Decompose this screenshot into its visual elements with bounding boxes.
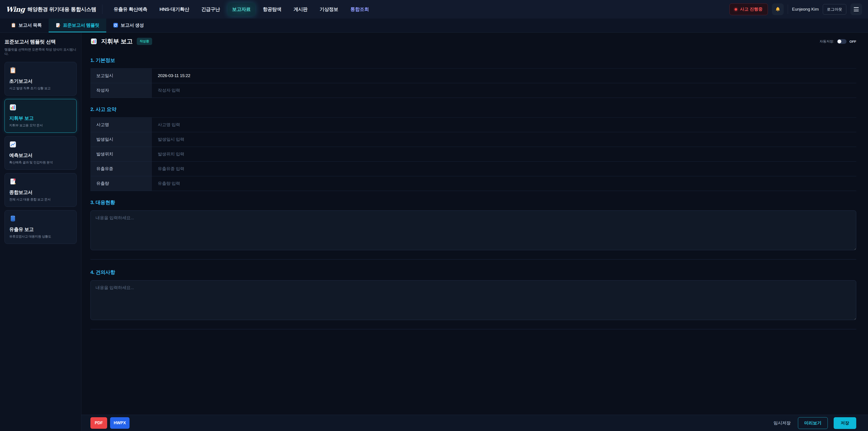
basic-info-table: 보고일시 작성자	[90, 68, 856, 98]
nav-item-reports[interactable]: 보고자료	[228, 3, 255, 16]
tab-report-generation[interactable]: 보고서 생성	[106, 19, 151, 32]
author-input[interactable]	[158, 88, 850, 93]
section-heading-response-status: 3. 대응현황	[90, 199, 856, 206]
incident-summary-table: 사고명 발생일시 발생위치	[90, 117, 856, 191]
nav-item-hns-diffusion[interactable]: HNS·대기확산	[155, 3, 193, 16]
sidebar-subtitle: 템플릿을 선택하면 오른쪽에 작성 양식이 표시됩니다.	[4, 48, 76, 56]
field-label-occurrence-location: 발생위치	[90, 147, 152, 161]
user-name: Eunjeong Kim	[792, 7, 819, 12]
tab-standard-report-template[interactable]: 표준보고서 템플릿	[49, 19, 106, 32]
logo-divider	[102, 4, 102, 14]
nav-item-oil-spill-prediction[interactable]: 유출유 확산예측	[109, 3, 152, 16]
template-desc: 지휘부 보고용 요약 문서	[9, 123, 72, 127]
export-buttons: PDF HWPX	[90, 417, 129, 429]
memo-pencil-icon	[55, 23, 61, 28]
table-row: 유출유종	[90, 162, 856, 176]
template-title: 예측보고서	[9, 152, 72, 158]
table-row: 발생위치	[90, 147, 856, 162]
section-heading-basic-info: 1. 기본정보	[90, 57, 856, 64]
tab-label: 표준보고서 템플릿	[63, 22, 99, 28]
top-navigation-bar: Wing 해양환경 위기대응 통합시스템 유출유 확산예측 HNS·대기확산 긴…	[0, 0, 868, 19]
bar-chart-icon	[9, 104, 17, 111]
save-button[interactable]: 저장	[834, 417, 856, 429]
suggestions-textarea[interactable]	[90, 280, 856, 320]
tab-label: 보고서 목록	[19, 22, 42, 28]
oil-drum-icon	[9, 215, 17, 222]
hamburger-icon	[854, 7, 859, 11]
template-card-initial-report[interactable]: 초기보고서 사고 발생 직후 초기 상황 보고	[4, 62, 76, 96]
template-title: 유출유 보고	[9, 226, 72, 233]
line-chart-icon	[9, 141, 17, 148]
table-row: 사고명	[90, 117, 856, 132]
template-desc: 유류오염사고 대응지원 상황도	[9, 235, 72, 239]
nav-item-aerial-search[interactable]: 항공탐색	[258, 3, 286, 16]
template-sidebar: 표준보고서 템플릿 선택 템플릿을 선택하면 오른쪽에 작성 양식이 표시됩니다…	[0, 33, 81, 431]
autosave-label: 자동저장:	[819, 39, 834, 43]
template-card-command-report[interactable]: 지휘부 보고 지휘부 보고용 요약 문서	[4, 99, 76, 133]
incident-name-input[interactable]	[158, 122, 850, 127]
bell-icon	[775, 6, 781, 12]
occurrence-datetime-input[interactable]	[158, 137, 850, 142]
app-title: 해양환경 위기대응 통합시스템	[27, 6, 96, 13]
preview-button[interactable]: 미리보기	[798, 417, 828, 429]
field-label-author: 작성자	[90, 83, 152, 98]
table-row: 보고일시	[90, 68, 856, 83]
nav-item-weather[interactable]: 기상정보	[315, 3, 343, 16]
clipboard-icon	[9, 67, 17, 74]
form-action-footer: PDF HWPX 임시저장 미리보기 저장	[81, 415, 868, 431]
app-logo[interactable]: Wing 해양환경 위기대응 통합시스템	[6, 5, 96, 13]
temp-save-button[interactable]: 임시저장	[772, 418, 792, 429]
incident-in-progress-badge[interactable]: 사고 진행중	[730, 3, 768, 15]
template-card-list: 초기보고서 사고 발생 직후 초기 상황 보고 지휘부 보고 지휘부 보고용 요…	[4, 62, 76, 244]
notifications-button[interactable]	[772, 3, 784, 15]
logo-wing-mark: Wing	[6, 5, 25, 13]
occurrence-location-input[interactable]	[158, 152, 850, 157]
template-desc: 사고 발생 직후 초기 상황 보고	[9, 86, 72, 90]
export-pdf-button[interactable]: PDF	[90, 417, 107, 429]
section-heading-incident-summary: 2. 사고 요약	[90, 106, 856, 113]
app-window: Wing 해양환경 위기대응 통합시스템 유출유 확산예측 HNS·대기확산 긴…	[0, 0, 868, 431]
nav-item-integrated-search[interactable]: 통합조회	[346, 3, 373, 16]
spill-amount-input[interactable]	[158, 181, 850, 186]
page-title: 지휘부 보고	[101, 37, 133, 45]
toggle-knob	[837, 39, 841, 43]
autosave-group: 자동저장: OFF	[819, 39, 856, 44]
field-label-occurrence-datetime: 발생일시	[90, 132, 152, 147]
template-card-prediction-report[interactable]: 예측보고서 확산예측 결과 및 민감자원 분석	[4, 136, 76, 170]
tab-report-list[interactable]: 보고서 목록	[4, 19, 49, 32]
autosave-state: OFF	[849, 39, 856, 43]
oil-type-input[interactable]	[158, 166, 850, 171]
sidebar-title: 표준보고서 템플릿 선택	[4, 38, 76, 45]
clipboard-icon	[11, 23, 16, 28]
autosave-toggle[interactable]	[837, 39, 846, 44]
table-row: 발생일시	[90, 132, 856, 147]
template-title: 초기보고서	[9, 78, 72, 84]
template-title: 종합보고서	[9, 189, 72, 195]
nav-item-board[interactable]: 게시판	[289, 3, 312, 16]
incident-badge-label: 사고 진행중	[740, 6, 763, 12]
response-status-textarea[interactable]	[90, 210, 856, 250]
table-row: 유출량	[90, 176, 856, 191]
section-divider	[90, 259, 856, 259]
export-hwpx-button[interactable]: HWPX	[110, 417, 129, 429]
template-title: 지휘부 보고	[9, 115, 72, 121]
template-desc: 전체 사고 대응 종합 보고 문서	[9, 197, 72, 202]
logout-button[interactable]: 로그아웃	[823, 4, 846, 15]
topnav-right-group: 사고 진행중 Eunjeong Kim 로그아웃	[730, 3, 862, 15]
topnav-separator	[788, 4, 788, 14]
template-card-comprehensive-report[interactable]: 종합보고서 전체 사고 대응 종합 보고 문서	[4, 173, 76, 207]
bar-chart-icon	[90, 38, 97, 45]
template-desc: 확산예측 결과 및 민감자원 분석	[9, 160, 72, 164]
report-form-header: 지휘부 보고 작성중 자동저장: OFF	[81, 33, 868, 50]
menu-button[interactable]	[850, 3, 862, 15]
nav-item-emergency-rescue[interactable]: 긴급구난	[197, 3, 224, 16]
field-label-report-datetime: 보고일시	[90, 68, 152, 83]
save-buttons: 임시저장 미리보기 저장	[772, 417, 856, 429]
main-nav: 유출유 확산예측 HNS·대기확산 긴급구난 보고자료 항공탐색 게시판 기상정…	[109, 3, 374, 16]
tab-label: 보고서 생성	[121, 22, 144, 28]
section-heading-suggestions: 4. 건의사항	[90, 269, 856, 276]
template-card-oil-spill-report[interactable]: 유출유 보고 유류오염사고 대응지원 상황도	[4, 210, 76, 244]
report-datetime-input[interactable]	[158, 73, 850, 78]
field-label-oil-type: 유출유종	[90, 162, 152, 176]
incident-status-dot-icon	[735, 8, 737, 11]
